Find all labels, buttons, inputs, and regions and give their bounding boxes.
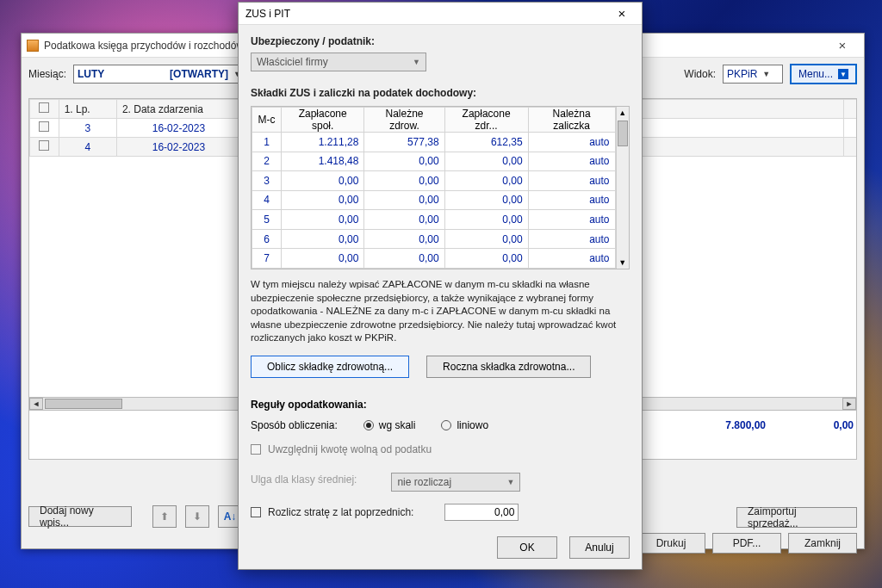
zus-spol[interactable]: 0,00: [282, 210, 364, 230]
cell-spz: 0,00: [843, 138, 857, 157]
zus-col-nal: Należne zdrow.: [364, 108, 444, 133]
zus-zal[interactable]: auto: [528, 229, 615, 249]
zus-spol[interactable]: 0,00: [282, 229, 364, 249]
month-status: [OTWARTY]: [170, 68, 228, 80]
vertical-scrollbar[interactable]: ▲ ▼: [616, 107, 629, 269]
zus-spol[interactable]: 0,00: [282, 190, 364, 210]
arrow-down-icon: ⬇: [193, 511, 202, 523]
calc-health-button[interactable]: Oblicz składkę zdrowotną...: [251, 356, 409, 378]
zus-mc: 1: [252, 133, 282, 152]
calc-method-label: Sposób obliczenia:: [251, 419, 338, 431]
ok-button[interactable]: OK: [497, 536, 557, 559]
zus-zal[interactable]: auto: [528, 190, 615, 210]
zus-zap[interactable]: 0,00: [444, 152, 528, 171]
zus-row[interactable]: 4 0,00 0,00 0,00 auto: [252, 190, 616, 210]
close-icon[interactable]: ×: [826, 38, 859, 53]
zus-spol[interactable]: 1.211,28: [282, 133, 364, 152]
col-lp[interactable]: 1. Lp.: [59, 100, 116, 119]
zus-nal[interactable]: 0,00: [364, 249, 444, 269]
dropdown-icon: ▼: [838, 69, 848, 79]
menu-button[interactable]: Menu... ▼: [790, 64, 857, 84]
free-amount-checkbox[interactable]: [251, 444, 261, 455]
insured-label: Ubezpieczony / podatnik:: [251, 35, 630, 47]
month-label: Miesiąc:: [28, 68, 66, 80]
zus-zap[interactable]: 0,00: [444, 210, 528, 230]
zus-row[interactable]: 6 0,00 0,00 0,00 auto: [252, 229, 616, 249]
pdf-button[interactable]: PDF...: [712, 533, 781, 554]
scroll-thumb[interactable]: [45, 399, 122, 409]
zus-spol[interactable]: 0,00: [282, 171, 364, 191]
cell-spz: 7.800,00: [843, 119, 857, 138]
scroll-left-icon[interactable]: ◄: [29, 398, 43, 410]
move-down-button[interactable]: ⬇: [185, 505, 209, 528]
cancel-button[interactable]: Anuluj: [569, 536, 630, 559]
zus-mc: 2: [252, 152, 282, 171]
zus-row[interactable]: 1 1.211,28 577,38 612,35 auto: [252, 133, 616, 152]
zus-col-mc: M-c: [252, 108, 282, 133]
zus-mc: 5: [252, 210, 282, 230]
zus-zap[interactable]: 0,00: [444, 229, 528, 249]
add-entry-button[interactable]: Dodaj nowy wpis...: [28, 506, 132, 527]
zus-zap[interactable]: 612,35: [444, 133, 528, 152]
scroll-thumb[interactable]: [618, 121, 628, 146]
zus-zap[interactable]: 0,00: [444, 190, 528, 210]
insured-select[interactable]: Właściciel firmy ▼: [251, 53, 426, 71]
col-date[interactable]: 2. Data zdarzenia: [116, 100, 240, 119]
scroll-down-icon[interactable]: ▼: [617, 257, 629, 269]
row-checkbox[interactable]: [39, 140, 49, 151]
zus-row[interactable]: 2 1.418,48 0,00 0,00 auto: [252, 152, 616, 171]
chevron-down-icon: ▼: [413, 58, 420, 66]
zus-mc: 3: [252, 171, 282, 191]
zus-note: W tym miejscu należy wpisać ZAPŁACONE w …: [251, 278, 630, 345]
month-select[interactable]: LUTY [OTWARTY] ▼: [73, 65, 245, 84]
move-up-button[interactable]: ⬆: [152, 505, 177, 528]
total-poz: 0,00: [785, 419, 854, 431]
zus-row[interactable]: 7 0,00 0,00 0,00 auto: [252, 249, 616, 269]
zus-zal[interactable]: auto: [528, 133, 615, 152]
zus-spol[interactable]: 0,00: [282, 249, 364, 269]
view-value: PKPiR: [727, 68, 757, 80]
col-spz[interactable]: 7. Sprzedane t...: [843, 100, 857, 119]
loss-input[interactable]: [444, 504, 519, 521]
zus-nal[interactable]: 0,00: [364, 152, 444, 171]
tax-rules-label: Reguły opodatkowania:: [251, 399, 630, 411]
relief-value: nie rozliczaj: [397, 476, 451, 488]
zus-nal[interactable]: 0,00: [364, 229, 444, 249]
zus-zal[interactable]: auto: [528, 152, 615, 171]
zus-zal[interactable]: auto: [528, 210, 615, 230]
zus-zal[interactable]: auto: [528, 171, 615, 191]
zus-nal[interactable]: 577,38: [364, 133, 444, 152]
zus-zal[interactable]: auto: [528, 249, 615, 269]
zus-table-wrap: M-c Zapłacone społ. Należne zdrow. Zapła…: [251, 106, 630, 269]
zus-row[interactable]: 5 0,00 0,00 0,00 auto: [252, 210, 616, 230]
yearly-health-button[interactable]: Roczna składka zdrowotna...: [426, 356, 591, 378]
radio-linear[interactable]: liniowo: [441, 419, 488, 431]
scroll-right-icon[interactable]: ►: [842, 398, 856, 410]
sort-icon: A↓: [224, 511, 237, 523]
scroll-up-icon[interactable]: ▲: [617, 107, 629, 119]
radio-scale[interactable]: wg skali: [363, 419, 416, 431]
month-value: LUTY: [78, 68, 104, 80]
zus-zap[interactable]: 0,00: [444, 249, 528, 269]
loss-checkbox[interactable]: [251, 507, 261, 517]
zus-row[interactable]: 3 0,00 0,00 0,00 auto: [252, 171, 616, 191]
view-label: Widok:: [684, 68, 716, 80]
zus-nal[interactable]: 0,00: [364, 190, 444, 210]
cell-lp: 3: [59, 119, 116, 138]
total-spz: 7.800,00: [697, 419, 766, 431]
col-check[interactable]: [30, 100, 59, 119]
row-checkbox[interactable]: [39, 121, 49, 132]
zus-nal[interactable]: 0,00: [364, 171, 444, 191]
arrow-up-icon: ⬆: [160, 511, 169, 523]
zus-nal[interactable]: 0,00: [364, 210, 444, 230]
zus-zap[interactable]: 0,00: [444, 171, 528, 191]
close-icon[interactable]: ×: [609, 6, 635, 21]
close-button[interactable]: Zamknij: [788, 533, 857, 554]
print-button[interactable]: Drukuj: [637, 533, 705, 554]
view-select[interactable]: PKPiR ▼: [723, 65, 783, 84]
zus-spol[interactable]: 1.418,48: [282, 152, 364, 171]
app-icon: [27, 40, 39, 52]
import-sales-button[interactable]: Zaimportuj sprzedaż...: [736, 507, 857, 528]
loss-label: Rozlicz stratę z lat poprzednich:: [268, 506, 413, 518]
radio-icon: [363, 420, 374, 430]
